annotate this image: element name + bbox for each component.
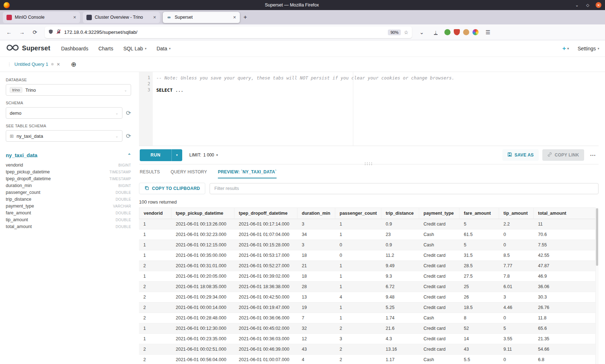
add-query-tab-button[interactable]: ⊕ xyxy=(71,61,76,68)
table-cell: 12 xyxy=(297,334,335,344)
bookmark-star-icon[interactable]: ☆ xyxy=(404,29,408,35)
database-label: DATABASE xyxy=(6,78,131,82)
table-cell: 2021-06-01 00:35:00.000 xyxy=(171,250,234,261)
browser-tab[interactable]: ∞Superset✕ xyxy=(163,12,240,23)
column-header[interactable]: payment_type xyxy=(419,208,460,219)
privacy-extension-icon[interactable] xyxy=(444,29,451,35)
new-item-button[interactable]: + ▾ xyxy=(562,45,569,52)
results-scrollbar[interactable] xyxy=(595,208,599,364)
tab-query-history[interactable]: QUERY HISTORY xyxy=(171,169,207,178)
table-cell: Credit card xyxy=(419,302,460,313)
cookie-extension-icon[interactable] xyxy=(463,29,469,35)
database-select[interactable]: trino Trino ⌄ xyxy=(6,84,131,96)
firefox-window: Superset — Mozilla Firefox ⌄ ◇ ✕ MinIO C… xyxy=(0,0,605,364)
table-schema-label: SEE TABLE SCHEMA xyxy=(6,124,131,128)
tab-close-icon[interactable]: ✕ xyxy=(153,15,156,20)
window-maximize-button[interactable]: ◇ xyxy=(585,2,591,8)
connection-security-icon[interactable] xyxy=(56,29,61,36)
trino-favicon-icon xyxy=(86,15,92,20)
column-list: vendoridBIGINTtpep_pickup_datetimeTIMEST… xyxy=(6,163,131,231)
run-options-caret-icon[interactable]: ▾ xyxy=(171,149,182,161)
table-cell: 9.11 xyxy=(499,344,534,355)
tab-results[interactable]: RESULTS xyxy=(140,169,160,178)
settings-menu[interactable]: Settings ▾ xyxy=(578,46,599,51)
superset-logo[interactable]: Superset xyxy=(6,44,50,53)
forward-button[interactable]: → xyxy=(17,27,27,38)
table-cell: 1.74 xyxy=(381,313,419,323)
tracking-protection-shield-icon[interactable] xyxy=(48,29,53,36)
copy-link-button[interactable]: COPY LINK xyxy=(542,149,584,161)
close-query-tab-icon[interactable]: ✕ xyxy=(57,62,60,67)
caret-down-icon: ▾ xyxy=(597,47,599,50)
window-minimize-button[interactable]: ⌄ xyxy=(574,2,580,8)
back-button[interactable]: ← xyxy=(4,27,14,38)
tab-close-icon[interactable]: ✕ xyxy=(73,15,76,20)
query-tab-title[interactable]: Untitled Query 1 xyxy=(14,62,48,67)
pocket-icon[interactable]: ⌄ xyxy=(416,27,427,38)
nav-item-charts[interactable]: Charts xyxy=(98,46,113,51)
table-cell: Credit card xyxy=(419,282,460,292)
table-cell: 2 xyxy=(139,292,171,302)
window-close-button[interactable]: ✕ xyxy=(596,2,601,8)
adblock-shield-icon[interactable] xyxy=(454,29,460,35)
url-bar[interactable]: 172.18.0.4:32295/superset/sqllab/ 90% ☆ xyxy=(45,27,412,38)
sql-editor[interactable]: 1 2 3 -- Note: Unless you save your quer… xyxy=(139,72,599,146)
table-row: 12021-06-01 00:12:15.0002021-06-01 00:15… xyxy=(139,240,599,250)
more-options-button[interactable]: ⋯ xyxy=(588,152,598,159)
column-header[interactable]: tpep_dropoff_datetime xyxy=(234,208,297,219)
table-cell: 34 xyxy=(297,229,335,240)
splitter-grip-icon[interactable] xyxy=(364,163,373,165)
schema-select[interactable]: demo ⌄ xyxy=(6,107,122,119)
browser-tab[interactable]: Cluster Overview - Trino✕ xyxy=(83,12,160,23)
drag-handle-icon[interactable]: ⋮ xyxy=(7,62,12,67)
table-cell: 30.3 xyxy=(534,292,599,302)
collapse-table-icon[interactable]: ⌃ xyxy=(127,153,131,158)
menu-icon[interactable]: ☰ xyxy=(483,27,493,38)
column-header[interactable]: tpep_pickup_datetime xyxy=(171,208,234,219)
unsaved-dot-icon xyxy=(51,63,54,65)
new-tab-button[interactable]: + xyxy=(243,14,247,21)
table-icon: ⊞ xyxy=(10,133,14,139)
table-cell: 1 xyxy=(139,240,171,250)
save-as-button[interactable]: SAVE AS xyxy=(502,149,539,161)
pane-splitter[interactable] xyxy=(139,164,599,164)
window-titlebar: Superset — Mozilla Firefox ⌄ ◇ ✕ xyxy=(0,0,605,10)
table-name-link[interactable]: ny_taxi_data xyxy=(6,153,127,158)
nav-item-dashboards[interactable]: Dashboards xyxy=(61,46,89,51)
column-row: total_amountDOUBLE xyxy=(6,224,131,231)
table-cell: 1 xyxy=(335,219,381,229)
query-tab[interactable]: ⋮ Untitled Query 1 ✕ xyxy=(4,62,63,67)
url-text[interactable]: 172.18.0.4:32295/superset/sqllab/ xyxy=(64,29,385,35)
scrollbar-thumb[interactable] xyxy=(596,208,598,266)
run-button[interactable]: RUN ▾ xyxy=(140,149,182,161)
table-cell: 2021-06-01 00:12:15.000 xyxy=(171,240,234,250)
refresh-schemas-icon[interactable]: ⟳ xyxy=(126,110,131,116)
column-header[interactable]: passenger_count xyxy=(335,208,381,219)
downloads-icon[interactable]: ↓ xyxy=(430,27,441,38)
table-cell: 21.6 xyxy=(381,323,419,334)
table-cell: 2021-06-01 00:12:30.000 xyxy=(171,323,234,334)
pinwheel-extension-icon[interactable] xyxy=(472,29,479,35)
column-header[interactable]: fare_amount xyxy=(460,208,499,219)
copy-to-clipboard-button[interactable]: COPY TO CLIPBOARD xyxy=(139,183,205,194)
refresh-tables-icon[interactable]: ⟳ xyxy=(126,133,131,139)
tab-close-icon[interactable]: ✕ xyxy=(233,15,236,20)
zoom-indicator[interactable]: 90% xyxy=(388,29,401,35)
filter-results-input[interactable] xyxy=(210,183,599,194)
column-header[interactable]: duration_min xyxy=(297,208,335,219)
browser-tab[interactable]: MinIO Console✕ xyxy=(3,12,80,23)
tab-preview[interactable]: PREVIEW: `NY_TAXI_DATA` xyxy=(218,169,277,178)
table-cell: 4 xyxy=(335,292,381,302)
column-header[interactable]: total_amount xyxy=(534,208,599,219)
column-header[interactable]: tip_amount xyxy=(499,208,534,219)
column-header[interactable]: vendorid xyxy=(139,208,171,219)
nav-item-data[interactable]: Data▾ xyxy=(157,46,171,51)
nav-item-sql-lab[interactable]: SQL Lab▾ xyxy=(123,46,146,51)
table-cell: 25 xyxy=(460,282,499,292)
table-select[interactable]: ⊞ ny_taxi_data ⌄ xyxy=(6,130,122,142)
table-cell: Credit card xyxy=(419,271,460,282)
column-header[interactable]: trip_distance xyxy=(381,208,419,219)
editor-code-area[interactable]: -- Note: Unless you save your query, the… xyxy=(153,72,599,146)
reload-button[interactable]: ⟳ xyxy=(30,27,40,38)
limit-dropdown[interactable]: LIMIT: 1 000 ▾ xyxy=(189,153,218,158)
